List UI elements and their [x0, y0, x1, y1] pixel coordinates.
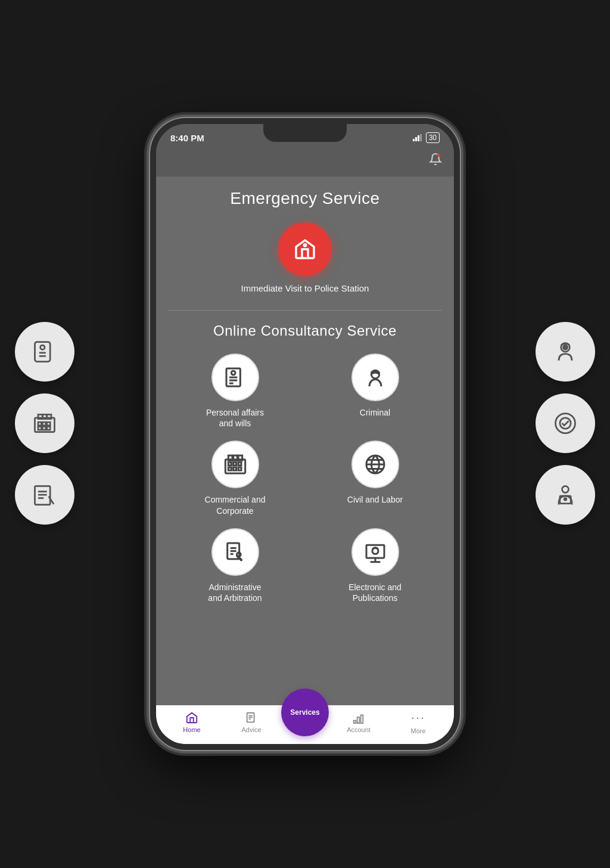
- svg-rect-62: [357, 717, 360, 723]
- emergency-label: Immediate Visit to Police Station: [241, 283, 369, 293]
- service-label-criminal: Criminal: [360, 407, 390, 418]
- left-icon-3[interactable]: [15, 465, 74, 525]
- service-label-civil: Civil and Labor: [347, 494, 403, 505]
- svg-point-1: [41, 345, 45, 349]
- svg-point-24: [564, 498, 567, 501]
- battery-icon: 30: [426, 132, 440, 143]
- tab-advice[interactable]: Advice: [222, 711, 281, 733]
- svg-rect-27: [418, 135, 419, 141]
- tab-account[interactable]: Account: [329, 711, 388, 733]
- svg-rect-11: [38, 427, 42, 430]
- svg-rect-13: [47, 427, 51, 430]
- service-label-administrative: Administrativeand Arbitration: [208, 582, 262, 603]
- svg-rect-45: [233, 467, 236, 470]
- svg-point-29: [437, 154, 441, 157]
- svg-rect-28: [420, 134, 422, 141]
- svg-rect-9: [42, 422, 46, 426]
- notch: [263, 124, 347, 142]
- scene: 8:40 PM 30: [0, 0, 610, 868]
- tab-home-label: Home: [183, 726, 200, 733]
- service-item-criminal[interactable]: Criminal: [308, 354, 442, 429]
- svg-rect-46: [238, 467, 241, 470]
- svg-point-32: [231, 371, 235, 375]
- svg-rect-38: [228, 455, 232, 460]
- notification-icon[interactable]: [429, 153, 442, 169]
- service-circle-civil[interactable]: [351, 441, 399, 488]
- svg-rect-39: [233, 455, 237, 460]
- services-fab-label: Services: [290, 708, 319, 717]
- tab-bar: Services Home Advice: [156, 705, 454, 744]
- svg-rect-10: [47, 422, 51, 426]
- tab-more[interactable]: ··· More: [388, 710, 448, 734]
- svg-point-22: [562, 486, 569, 492]
- service-circle-administrative[interactable]: [211, 528, 259, 576]
- service-circle-personal[interactable]: [211, 354, 259, 401]
- service-circle-commercial[interactable]: [211, 441, 259, 488]
- svg-rect-44: [228, 467, 231, 470]
- svg-rect-26: [415, 137, 417, 141]
- tab-advice-label: Advice: [241, 726, 261, 733]
- emergency-button[interactable]: [278, 222, 332, 276]
- service-circle-electronic[interactable]: [351, 528, 399, 576]
- svg-rect-42: [233, 463, 236, 466]
- svg-rect-40: [238, 455, 242, 460]
- tab-home[interactable]: Home: [162, 711, 222, 733]
- right-icon-3[interactable]: [536, 465, 595, 525]
- more-icon: ···: [411, 710, 425, 726]
- services-fab[interactable]: Services: [281, 689, 329, 736]
- service-circle-criminal[interactable]: [351, 354, 399, 401]
- tab-account-label: Account: [347, 726, 371, 733]
- app-header: [156, 148, 454, 177]
- svg-point-19: [563, 345, 567, 349]
- status-icons: 30: [413, 132, 440, 143]
- svg-point-30: [303, 243, 307, 247]
- emergency-title: Emergency Service: [168, 189, 442, 208]
- svg-rect-12: [42, 427, 46, 430]
- svg-rect-61: [354, 721, 356, 724]
- service-label-electronic: Electronic andPublications: [348, 582, 402, 603]
- advice-icon: [245, 711, 258, 724]
- svg-rect-41: [228, 463, 231, 466]
- emergency-button-wrap: Immediate Visit to Police Station: [168, 222, 442, 293]
- main-content: Emergency Service Immediate Visit to Pol…: [156, 177, 454, 705]
- service-item-civil[interactable]: Civil and Labor: [308, 441, 442, 516]
- right-icon-2[interactable]: [536, 393, 595, 453]
- service-item-commercial[interactable]: Commercial andCorporate: [168, 441, 302, 516]
- phone-frame: 8:40 PM 30: [150, 118, 460, 750]
- svg-rect-8: [38, 422, 42, 426]
- svg-rect-63: [361, 715, 363, 723]
- status-time: 8:40 PM: [170, 133, 204, 143]
- home-icon: [185, 711, 198, 724]
- service-item-personal[interactable]: Personal affairsand wills: [168, 354, 302, 429]
- account-icon: [352, 711, 365, 724]
- service-item-electronic[interactable]: Electronic andPublications: [308, 528, 442, 603]
- svg-rect-43: [238, 463, 241, 466]
- signal-icon: [413, 134, 422, 141]
- services-grid: Personal affairsand wills Crim: [168, 354, 442, 615]
- consultancy-title: Online Consultancy Service: [168, 323, 442, 339]
- service-label-personal: Personal affairsand wills: [206, 407, 264, 429]
- svg-rect-7: [47, 414, 51, 418]
- left-icon-2[interactable]: [15, 393, 74, 453]
- service-label-commercial: Commercial andCorporate: [205, 494, 266, 516]
- tab-more-label: More: [410, 727, 425, 734]
- svg-rect-25: [413, 139, 415, 141]
- left-icon-1[interactable]: [15, 322, 74, 382]
- screen: 8:40 PM 30: [156, 124, 454, 744]
- right-icon-1[interactable]: [536, 322, 595, 382]
- service-item-administrative[interactable]: Administrativeand Arbitration: [168, 528, 302, 603]
- divider: [168, 310, 442, 311]
